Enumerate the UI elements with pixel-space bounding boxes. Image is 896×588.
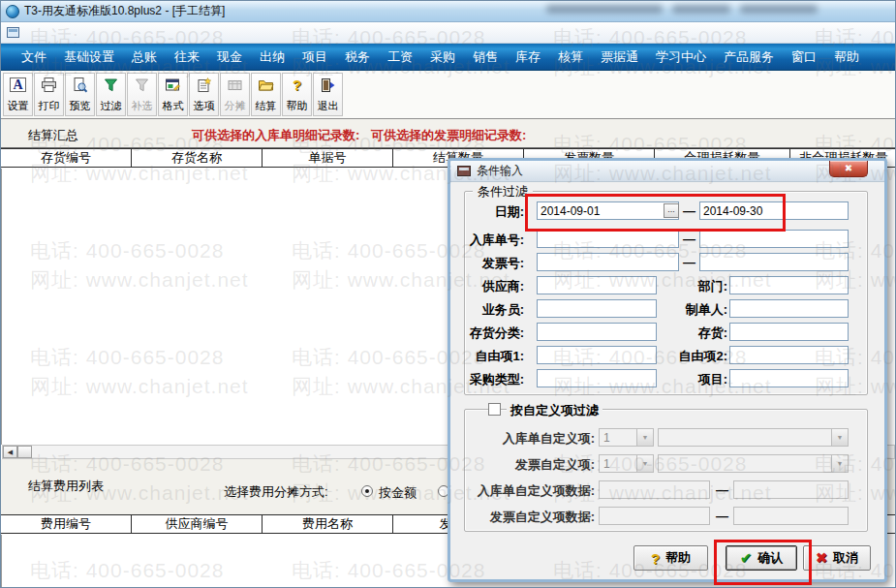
font-settings-icon: A	[10, 77, 25, 92]
toolbar-label: 设置	[8, 99, 29, 113]
print-preview-icon	[72, 77, 89, 93]
supplement-select-button: 补选	[127, 73, 157, 116]
preview-button[interactable]: 预览	[65, 73, 95, 116]
question-mark-icon: ?	[651, 550, 660, 567]
radio-by-amount[interactable]	[361, 485, 373, 497]
exit-door-icon	[320, 77, 337, 93]
print-button[interactable]: 打印	[34, 73, 64, 116]
app-window: T3-用友通标准版10.8plus2 - [手工结算] 文件 基础设置 总账 往…	[0, 0, 896, 588]
date-to-input[interactable]	[699, 201, 849, 220]
col-fee-code: 费用编号	[1, 515, 132, 533]
toolbar-label: 分摊	[225, 99, 246, 113]
menu-current[interactable]: 往来	[166, 48, 208, 66]
dialog-close-button[interactable]: ✖	[829, 161, 868, 177]
receipt-custom-data-to-input	[733, 480, 849, 499]
confirm-button-label: 确认	[757, 549, 783, 567]
creator-input[interactable]	[729, 299, 849, 318]
format-button[interactable]: 格式	[158, 73, 188, 116]
chevron-down-icon: ▼	[831, 455, 848, 472]
invoice-no-from-input[interactable]	[537, 253, 679, 271]
free-item1-input[interactable]	[537, 346, 657, 364]
project-input[interactable]	[729, 369, 849, 387]
free-item2-input[interactable]	[729, 346, 849, 364]
range-dash: —	[683, 255, 695, 269]
dialog-title: 条件输入	[477, 163, 523, 179]
exit-button[interactable]: 退出	[313, 73, 343, 116]
mdi-bar	[1, 22, 896, 44]
menu-general-ledger[interactable]: 总账	[123, 48, 166, 66]
menu-basic-setup[interactable]: 基础设置	[55, 48, 123, 66]
check-icon: ✔	[740, 549, 753, 567]
settle-summary-label: 结算汇总	[28, 127, 78, 144]
scroll-left-icon[interactable]: ◀	[3, 446, 17, 458]
filter-button[interactable]: 过滤	[96, 73, 126, 116]
invoice-records-hint: 可供选择的发票明细记录数:	[371, 127, 526, 144]
inventory-class-label: 存货分类:	[450, 325, 524, 342]
receipt-custom-data-label: 入库单自定义项数据:	[450, 482, 595, 500]
title-bar: T3-用友通标准版10.8plus2 - [手工结算]	[1, 1, 896, 22]
department-input[interactable]	[729, 276, 849, 294]
dialog-confirm-button[interactable]: ✔ 确认	[726, 545, 797, 571]
question-mark-icon: ?	[293, 77, 301, 93]
receipt-no-to-input[interactable]	[699, 230, 849, 248]
menu-inventory[interactable]: 库存	[507, 48, 549, 66]
receipt-custom-data-from-input	[599, 480, 710, 499]
toolbar-label: 格式	[163, 99, 184, 113]
close-icon: ✖	[845, 163, 852, 173]
purchase-type-input[interactable]	[537, 369, 657, 387]
menu-help[interactable]: 帮助	[825, 48, 868, 66]
range-dash: —	[716, 509, 728, 523]
inventory-input[interactable]	[729, 323, 849, 341]
radio-by-amount-label: 按金额	[379, 484, 417, 502]
dialog-help-button[interactable]: ? 帮助	[633, 545, 708, 571]
filter-funnel-icon	[103, 77, 120, 93]
menu-project[interactable]: 项目	[294, 48, 336, 66]
chevron-down-icon: ▼	[831, 429, 848, 446]
invoice-no-to-input[interactable]	[699, 253, 849, 271]
col-doc-no: 单据号	[263, 149, 393, 167]
help-button[interactable]: ? 帮助	[282, 73, 312, 116]
menu-cash[interactable]: 现金	[208, 48, 251, 66]
receipt-custom-item-label: 入库单自定义项:	[450, 430, 595, 448]
menu-tax[interactable]: 税务	[336, 48, 379, 66]
col-inventory-name: 存货名称	[132, 149, 263, 167]
toolbar-label: 补选	[132, 99, 153, 113]
menu-learning-center[interactable]: 学习中心	[647, 48, 715, 66]
menu-purchase[interactable]: 采购	[421, 48, 464, 66]
invoice-custom-data-to-input	[733, 507, 849, 525]
salesman-label: 业务员:	[450, 301, 524, 319]
col-inventory-code: 存货编号	[1, 149, 132, 167]
receipt-no-from-input[interactable]	[537, 230, 679, 248]
allocation-method-label: 选择费用分摊方式:	[224, 483, 328, 501]
settings-button[interactable]: A 设置	[3, 73, 33, 116]
inventory-class-input[interactable]	[537, 323, 657, 341]
date-browse-button[interactable]: ...	[664, 203, 679, 218]
menu-window[interactable]: 窗口	[783, 48, 825, 66]
filter-funnel-disabled-icon	[134, 77, 151, 93]
menu-file[interactable]: 文件	[13, 48, 55, 66]
toolbar-label: 打印	[39, 99, 60, 113]
salesman-input[interactable]	[537, 299, 657, 318]
invoice-no-label: 发票号:	[450, 255, 524, 272]
supplier-input[interactable]	[537, 276, 657, 294]
menu-product-service[interactable]: 产品服务	[715, 48, 783, 66]
menu-sales[interactable]: 销售	[464, 48, 507, 66]
settle-button[interactable]: 结算	[251, 73, 281, 116]
creator-label: 制单人:	[640, 301, 727, 319]
custom-filter-checkbox[interactable]	[488, 403, 501, 416]
cancel-button-label: 取消	[833, 549, 858, 567]
mdi-child-icon[interactable]	[7, 27, 19, 38]
free-item2-label: 自由项2:	[640, 348, 727, 365]
menu-cashier[interactable]: 出纳	[251, 48, 294, 66]
free-item1-label: 自由项1:	[450, 348, 524, 365]
options-button[interactable]: 选项	[189, 73, 219, 116]
date-from-input[interactable]	[537, 201, 679, 220]
menu-accounting[interactable]: 核算	[549, 48, 592, 66]
menu-payroll[interactable]: 工资	[379, 48, 421, 66]
dialog-cancel-button[interactable]: ✖ 取消	[803, 545, 871, 571]
range-dash: —	[716, 482, 728, 497]
help-button-label: 帮助	[665, 549, 691, 567]
scrollbar-thumb[interactable]	[17, 446, 32, 458]
menu-piaojutong[interactable]: 票据通	[592, 48, 647, 66]
window-title: T3-用友通标准版10.8plus2 - [手工结算]	[24, 3, 225, 19]
